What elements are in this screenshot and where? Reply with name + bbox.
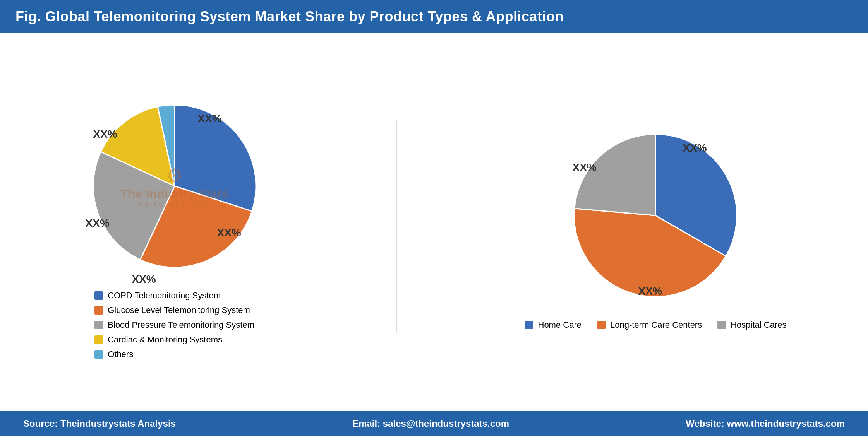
legend-label-longterm: Long-term Care Centers — [610, 320, 702, 330]
pct-homecare-r: XX% — [683, 142, 707, 154]
legend-color-cardiac — [94, 335, 103, 344]
legend-label-cardiac: Cardiac & Monitoring Systems — [108, 335, 222, 345]
legend-color-hospital — [717, 321, 726, 329]
footer: Source: Theindustrystats Analysis Email:… — [0, 411, 868, 436]
right-pie-container: XX% XX% XX% — [563, 123, 748, 308]
legend-item-copd: COPD Telemonitoring System — [94, 291, 254, 301]
main-container: Fig. Global Telemonitoring System Market… — [0, 0, 868, 436]
chart-divider — [396, 120, 397, 333]
legend-label-others: Others — [108, 349, 133, 359]
legend-label-homecare: Home Care — [538, 320, 582, 330]
legend-color-longterm — [597, 321, 606, 329]
left-legend: COPD Telemonitoring System Glucose Level… — [94, 291, 254, 359]
title-text: Fig. Global Telemonitoring System Market… — [15, 9, 564, 24]
pct-copd: XX% — [198, 113, 222, 125]
legend-label-copd: COPD Telemonitoring System — [108, 291, 221, 301]
pct-blood: XX% — [132, 273, 156, 286]
footer-website: Website: www.theindustrystats.com — [686, 418, 845, 429]
legend-item-homecare: Home Care — [525, 320, 582, 330]
pct-glucose: XX% — [217, 227, 241, 239]
main-content: ⚙ The Industry Stats market research XX%… — [0, 33, 868, 411]
chart-title: Fig. Global Telemonitoring System Market… — [0, 0, 868, 33]
pct-hospital-r: XX% — [572, 161, 596, 174]
pct-longterm-r: XX% — [638, 285, 662, 298]
right-chart-section: XX% XX% XX% Home Care Long-term Care Cen… — [525, 123, 787, 330]
legend-item-cardiac: Cardiac & Monitoring Systems — [94, 335, 254, 345]
pct-others: XX% — [93, 128, 117, 140]
legend-color-copd — [94, 291, 103, 300]
left-pie-svg — [82, 93, 268, 279]
footer-email: Email: sales@theindustrystats.com — [352, 418, 509, 429]
right-legend: Home Care Long-term Care Centers Hospita… — [525, 320, 787, 330]
left-chart-section: ⚙ The Industry Stats market research XX%… — [82, 93, 268, 359]
legend-color-homecare — [525, 321, 533, 329]
legend-item-others: Others — [94, 349, 254, 359]
legend-color-blood — [94, 321, 103, 329]
legend-color-others — [94, 350, 103, 359]
legend-label-hospital: Hospital Cares — [731, 320, 786, 330]
legend-item-glucose: Glucose Level Telemonitoring System — [94, 305, 254, 315]
footer-source: Source: Theindustrystats Analysis — [23, 418, 176, 429]
legend-item-longterm: Long-term Care Centers — [597, 320, 702, 330]
left-pie-container: ⚙ The Industry Stats market research XX%… — [82, 93, 268, 279]
legend-label-glucose: Glucose Level Telemonitoring System — [108, 305, 250, 315]
legend-color-glucose — [94, 306, 103, 315]
right-pie-svg — [563, 123, 748, 308]
legend-label-blood: Blood Pressure Telemonitoring System — [108, 320, 254, 330]
legend-item-hospital: Hospital Cares — [717, 320, 786, 330]
pct-cardiac: XX% — [86, 217, 110, 229]
legend-item-blood: Blood Pressure Telemonitoring System — [94, 320, 254, 330]
